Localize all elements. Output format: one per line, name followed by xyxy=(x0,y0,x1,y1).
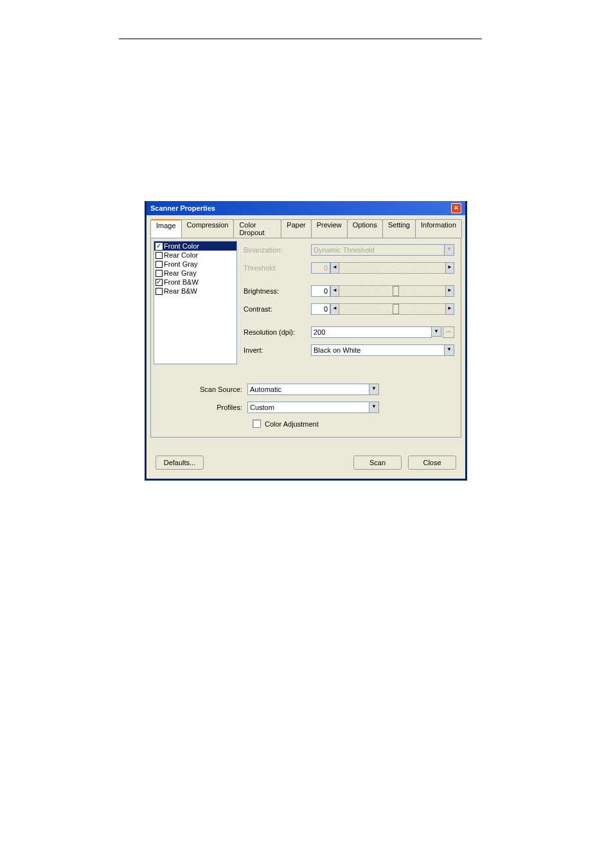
threshold-slider: 0 ◄ ► xyxy=(311,262,454,274)
slider-thumb[interactable] xyxy=(393,286,399,296)
color-adjustment-checkbox[interactable] xyxy=(253,420,261,428)
color-adjustment-label: Color Adjustment xyxy=(265,420,319,428)
threshold-value: 0 xyxy=(311,262,330,274)
chevron-down-icon: ▼ xyxy=(444,245,454,255)
document-header-rule xyxy=(119,39,482,39)
binarization-row: Binarization: Dynamic Threshold ▼ xyxy=(244,244,454,256)
list-item-front-color[interactable]: Front Color xyxy=(154,242,236,251)
resolution-combo[interactable]: 200 ▼ ... xyxy=(311,326,454,338)
invert-dropdown[interactable]: Black on White ▼ xyxy=(311,344,454,356)
scan-source-label: Scan Source: xyxy=(157,385,247,393)
dropdown-value: Custom xyxy=(250,403,274,411)
dropdown-value: Automatic xyxy=(250,385,281,393)
tab-paper[interactable]: Paper xyxy=(281,219,311,238)
brightness-label: Brightness: xyxy=(244,287,311,295)
binarization-dropdown: Dynamic Threshold ▼ xyxy=(311,244,454,256)
brightness-row: Brightness: 0 ◄ ► xyxy=(244,285,454,297)
profiles-row: Profiles: Custom ▼ xyxy=(157,402,454,413)
tab-preview[interactable]: Preview xyxy=(311,219,348,238)
tab-content: Front Color Rear Color Front Gray Rear G… xyxy=(150,238,461,438)
right-buttons: Scan Close xyxy=(353,456,456,470)
left-arrow-icon[interactable]: ◄ xyxy=(330,285,339,297)
scanner-properties-window: Scanner Properties × Image Compression C… xyxy=(145,201,467,481)
slider-track[interactable] xyxy=(339,285,445,297)
left-arrow-icon: ◄ xyxy=(330,262,339,274)
lower-section: Scan Source: Automatic ▼ Profiles: Custo… xyxy=(154,364,458,434)
resolution-extra-button[interactable]: ... xyxy=(443,326,454,338)
resolution-row: Resolution (dpi): 200 ▼ ... xyxy=(244,326,454,339)
right-arrow-icon: ► xyxy=(445,262,454,274)
window-title: Scanner Properties xyxy=(150,204,215,212)
slider-track xyxy=(339,262,445,274)
list-item-front-bw[interactable]: Front B&W xyxy=(154,278,236,287)
list-item-label: Front B&W xyxy=(164,278,199,287)
list-item-label: Front Color xyxy=(164,242,199,251)
tab-options[interactable]: Options xyxy=(347,219,383,238)
tab-image[interactable]: Image xyxy=(150,219,182,238)
right-arrow-icon[interactable]: ► xyxy=(445,285,454,297)
titlebar[interactable]: Scanner Properties × xyxy=(147,201,465,215)
tab-compression[interactable]: Compression xyxy=(181,219,235,238)
contrast-value: 0 xyxy=(311,303,330,315)
defaults-button[interactable]: Defaults... xyxy=(155,456,204,470)
resolution-value[interactable]: 200 xyxy=(311,326,432,338)
profiles-label: Profiles: xyxy=(157,403,247,411)
slider-thumb[interactable] xyxy=(393,304,399,314)
tab-setting[interactable]: Setting xyxy=(382,219,416,238)
checkbox-icon[interactable] xyxy=(155,261,163,268)
close-icon[interactable]: × xyxy=(451,203,461,213)
dropdown-value: Dynamic Threshold xyxy=(314,246,375,254)
brightness-slider[interactable]: 0 ◄ ► xyxy=(311,285,454,297)
chevron-down-icon[interactable]: ▼ xyxy=(369,384,378,394)
list-item-rear-gray[interactable]: Rear Gray xyxy=(154,269,236,278)
invert-label: Invert: xyxy=(244,346,311,354)
slider-track[interactable] xyxy=(339,303,445,315)
list-item-rear-color[interactable]: Rear Color xyxy=(154,251,236,260)
binarization-label: Binarization: xyxy=(244,246,311,254)
dropdown-value: Black on White xyxy=(314,346,360,354)
chevron-down-icon[interactable]: ▼ xyxy=(369,402,378,412)
threshold-label: Threshold: xyxy=(244,264,311,272)
tab-strip: Image Compression Color Dropout Paper Pr… xyxy=(147,215,465,238)
resolution-label: Resolution (dpi): xyxy=(244,328,311,336)
checkbox-icon[interactable] xyxy=(155,252,163,259)
scan-source-row: Scan Source: Automatic ▼ xyxy=(157,384,454,395)
panel-area: Front Color Rear Color Front Gray Rear G… xyxy=(154,241,458,364)
button-bar: Defaults... Scan Close xyxy=(147,438,465,479)
chevron-down-icon[interactable]: ▼ xyxy=(444,345,454,355)
profiles-dropdown[interactable]: Custom ▼ xyxy=(247,402,379,413)
contrast-row: Contrast: 0 ◄ ► xyxy=(244,303,454,315)
checkbox-icon[interactable] xyxy=(155,270,163,277)
list-item-label: Front Gray xyxy=(164,260,198,269)
threshold-row: Threshold: 0 ◄ ► xyxy=(244,261,454,274)
color-adjustment-row: Color Adjustment xyxy=(157,420,454,428)
checkbox-icon[interactable] xyxy=(155,279,163,286)
tab-information[interactable]: Information xyxy=(415,219,462,238)
tab-color-dropout[interactable]: Color Dropout xyxy=(233,219,281,238)
list-item-label: Rear B&W xyxy=(164,287,197,296)
contrast-label: Contrast: xyxy=(244,305,311,313)
brightness-value: 0 xyxy=(311,285,330,297)
right-arrow-icon[interactable]: ► xyxy=(445,303,454,315)
list-item-label: Rear Color xyxy=(164,251,198,260)
scan-button[interactable]: Scan xyxy=(353,456,402,470)
scan-source-dropdown[interactable]: Automatic ▼ xyxy=(247,384,379,395)
list-item-rear-bw[interactable]: Rear B&W xyxy=(154,287,236,296)
contrast-slider[interactable]: 0 ◄ ► xyxy=(311,303,454,315)
settings-panel: Binarization: Dynamic Threshold ▼ Thresh… xyxy=(240,241,458,364)
list-item-label: Rear Gray xyxy=(164,269,197,278)
image-type-list: Front Color Rear Color Front Gray Rear G… xyxy=(154,241,237,364)
invert-row: Invert: Black on White ▼ xyxy=(244,344,454,357)
checkbox-icon[interactable] xyxy=(155,288,163,295)
chevron-down-icon[interactable]: ▼ xyxy=(432,326,441,337)
list-item-front-gray[interactable]: Front Gray xyxy=(154,260,236,269)
left-arrow-icon[interactable]: ◄ xyxy=(330,303,339,315)
close-button[interactable]: Close xyxy=(408,456,456,470)
checkbox-icon[interactable] xyxy=(155,243,163,250)
